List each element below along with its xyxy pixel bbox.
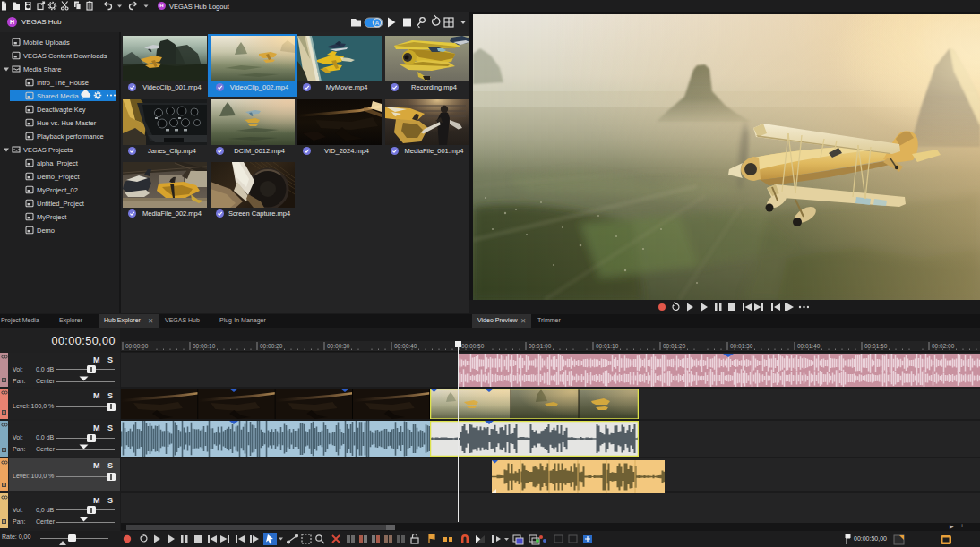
svg-text:00:01:30: 00:01:30 [730, 343, 753, 349]
svg-text:00:01:40: 00:01:40 [797, 343, 821, 349]
svg-text:00:02:00: 00:02:00 [932, 343, 955, 349]
svg-text:00:00:50: 00:00:50 [461, 343, 485, 349]
svg-text:A: A [375, 20, 380, 26]
svg-text:00:00:40: 00:00:40 [394, 343, 417, 349]
svg-text:00:00:20: 00:00:20 [260, 343, 283, 349]
svg-text:00:00:30: 00:00:30 [327, 343, 350, 349]
svg-text:00:01:00: 00:01:00 [529, 343, 552, 349]
svg-text:00:01:50: 00:01:50 [864, 343, 888, 349]
svg-text:00:01:20: 00:01:20 [663, 343, 686, 349]
svg-text:00:01:10: 00:01:10 [596, 343, 619, 349]
svg-text:00:00:10: 00:00:10 [193, 343, 216, 349]
svg-text:00:00:00: 00:00:00 [125, 343, 149, 349]
